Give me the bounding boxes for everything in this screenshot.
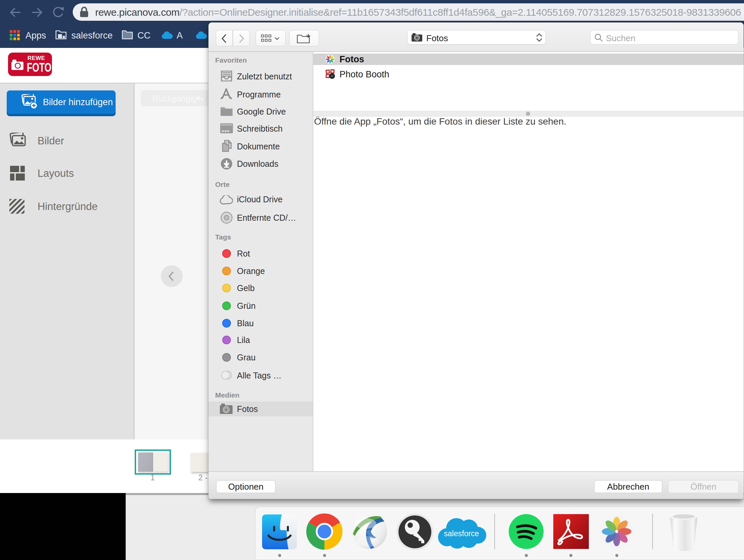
svg-text:salesforce: salesforce [444,529,479,538]
